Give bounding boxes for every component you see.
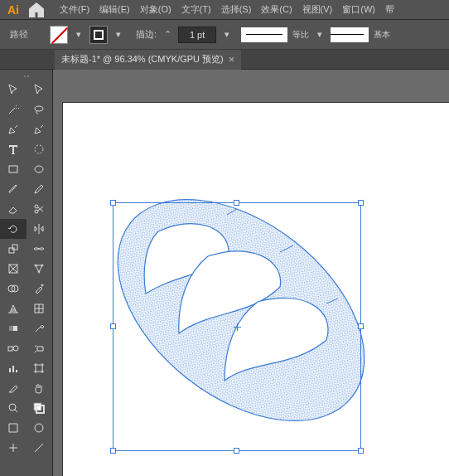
stroke-dropdown[interactable]: ▾ [113,26,124,44]
selection-type-label: 路径 [10,28,28,41]
stroke-weight-input[interactable]: 1 pt [178,27,216,43]
svg-rect-6 [9,248,14,253]
rotate-tool[interactable] [0,219,27,239]
ellipse-tool[interactable] [27,159,53,179]
direct-selection-tool[interactable] [27,80,53,100]
tool-extra4[interactable] [27,438,53,458]
type-tool[interactable] [0,139,27,159]
artboard[interactable] [63,103,449,476]
toolbox-handle[interactable] [0,73,52,80]
menu-edit[interactable]: 编辑(E) [94,2,135,17]
scale-tool[interactable] [0,239,27,259]
basic-label: 基本 [374,29,390,41]
slice-tool[interactable] [0,378,27,398]
handle-tm[interactable] [234,200,239,206]
scissors-tool[interactable] [27,199,53,219]
svg-point-27 [35,424,43,432]
canvas[interactable] [53,70,449,476]
tab-title: 未标题-1* @ 96.34% (CMYK/GPU 预览) [61,53,224,66]
fill-stroke-tool[interactable] [27,398,53,418]
profile-label: 等比 [292,29,309,41]
handle-tl[interactable] [110,200,116,206]
stroke-label: 描边: [136,28,157,41]
menu-file[interactable]: 文件(F) [55,2,94,17]
stroke-weight-dropdown[interactable]: ▾ [221,26,233,44]
puppet-warp-tool[interactable] [27,259,53,279]
menu-help[interactable]: 帮 [380,2,399,17]
tab-close-button[interactable]: × [229,54,235,65]
live-paint-tool[interactable] [27,279,53,299]
gradient-tool[interactable] [0,318,27,338]
tool-extra2[interactable] [27,418,53,438]
svg-rect-22 [16,370,17,372]
symbol-sprayer-tool[interactable] [27,338,53,358]
paintbrush-tool[interactable] [0,179,27,199]
menu-window[interactable]: 窗口(W) [337,2,380,17]
handle-bm[interactable] [234,448,239,454]
home-icon [27,0,46,20]
menubar: Ai 文件(F) 编辑(E) 对象(O) 文字(T) 选择(S) 效果(C) 视… [0,0,449,20]
svg-rect-7 [12,245,17,250]
toolbox [0,70,53,476]
document-tab[interactable]: 未标题-1* @ 96.34% (CMYK/GPU 预览) × [55,50,241,70]
svg-point-19 [13,346,18,351]
menu-items: 文件(F) 编辑(E) 对象(O) 文字(T) 选择(S) 效果(C) 视图(V… [55,2,399,17]
rectangle-tool[interactable] [0,159,27,179]
stroke-swatch[interactable] [89,26,108,44]
svg-point-1 [35,145,43,153]
home-button[interactable] [27,0,46,20]
menu-object[interactable]: 对象(O) [135,2,176,17]
menu-type[interactable]: 文字(T) [176,2,216,17]
svg-point-0 [35,106,43,111]
tool-extra1[interactable] [0,418,27,438]
handle-ml[interactable] [110,323,116,329]
svg-rect-2 [9,166,17,172]
menu-effect[interactable]: 效果(C) [256,2,297,17]
svg-rect-18 [8,347,12,351]
eraser-tool[interactable] [0,199,27,219]
profile-dropdown[interactable]: ▾ [314,26,326,44]
blend-tool[interactable] [0,338,27,358]
menu-select[interactable]: 选择(S) [216,2,257,17]
curvature-tool[interactable] [27,119,53,139]
free-transform-tool[interactable] [0,259,27,279]
handle-br[interactable] [358,448,364,454]
fill-dropdown[interactable]: ▾ [73,26,84,44]
handle-mr[interactable] [358,323,364,329]
var-width-profile[interactable] [241,27,287,42]
pencil-tool[interactable] [27,179,53,199]
hand-tool[interactable] [27,378,53,398]
perspective-grid-tool[interactable] [0,299,27,318]
eyedropper-tool[interactable] [27,318,53,338]
line-tool[interactable] [27,139,53,159]
svg-rect-25 [34,403,41,410]
pen-tool[interactable] [0,119,27,139]
svg-point-3 [35,166,43,172]
tool-extra3[interactable] [0,438,27,458]
brush-def[interactable] [331,27,369,42]
handle-bl[interactable] [110,448,116,454]
center-crosshair[interactable] [234,323,241,331]
selection-bbox[interactable] [113,202,361,451]
app-logo: Ai [3,0,23,20]
svg-rect-17 [9,326,13,331]
selection-tool[interactable] [0,80,27,100]
artboard-tool[interactable] [27,358,53,378]
handle-tr[interactable] [358,200,364,206]
svg-point-5 [35,210,38,213]
control-bar: 路径 ▾ ▾ 描边: ⌃ 1 pt ▾ 等比 ▾ 基本 [0,20,449,50]
svg-point-4 [35,205,38,208]
lasso-tool[interactable] [27,100,53,119]
mesh-tool[interactable] [27,299,53,318]
svg-point-24 [9,404,16,410]
magic-wand-tool[interactable] [0,100,27,119]
zoom-tool[interactable] [0,398,27,418]
width-tool[interactable] [27,239,53,259]
fill-swatch[interactable] [50,26,68,44]
column-graph-tool[interactable] [0,358,27,378]
stroke-weight-down[interactable]: ⌃ [162,26,173,44]
shape-builder-tool[interactable] [0,279,27,299]
svg-rect-21 [12,366,14,372]
menu-view[interactable]: 视图(V) [297,2,338,17]
reflect-tool[interactable] [27,219,53,239]
